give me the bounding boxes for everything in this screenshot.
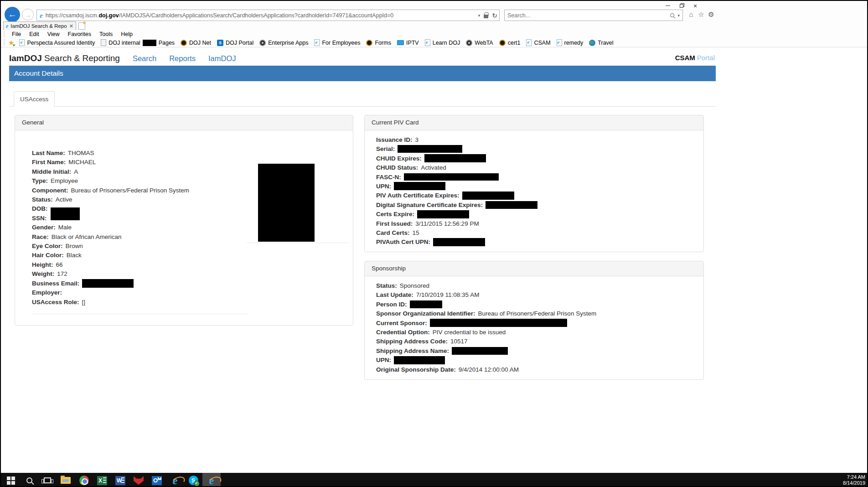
app-nav: SearchReportsIamDOJ <box>133 54 236 63</box>
taskbar-fox-app-icon[interactable] <box>129 473 148 487</box>
field-row: Status:Active <box>32 195 248 204</box>
taskbar-task-view-icon[interactable] <box>38 473 57 487</box>
field-label: First Issued: <box>376 220 413 227</box>
taskbar-outlook-icon[interactable]: O <box>148 473 166 487</box>
tab-row: e IamDOJ Search & Reporting ✕ <box>1 21 868 30</box>
field-label: Business Email: <box>32 280 79 287</box>
field-label: First Name: <box>32 159 66 166</box>
tab-close-icon[interactable]: ✕ <box>69 23 73 29</box>
taskbar-internet-explorer-icon[interactable]: e <box>202 473 221 487</box>
favorite-item[interactable]: WebTA <box>466 39 493 46</box>
favorite-item[interactable]: remedy <box>557 39 584 46</box>
favorite-label: WebTA <box>475 40 493 46</box>
field-row: Original Sponsorship Date:9/4/2014 12:00… <box>376 365 697 374</box>
search-icon[interactable] <box>670 13 674 17</box>
browser-search-box[interactable]: ▾ <box>504 10 683 21</box>
favorite-item[interactable]: DOJ internalPages <box>101 39 175 46</box>
field-label: Certs Expire: <box>376 211 414 218</box>
favorite-label: DOJ Portal <box>226 40 253 46</box>
menu-item-help[interactable]: Help <box>117 31 136 37</box>
field-value: Male <box>58 224 72 231</box>
redacted-value <box>410 300 442 308</box>
taskbar-clock[interactable]: 7:24 AM 8/14/2019 <box>843 474 865 486</box>
field-row: USAccess Role:[] <box>32 298 248 307</box>
redacted-text <box>143 40 156 46</box>
address-bar[interactable]: e https://csamdoj.iscm.doj.gov/IAMDOJSA/… <box>36 10 500 21</box>
field-label: Shipping Address Code: <box>376 338 448 345</box>
ssl-lock-icon[interactable] <box>484 15 488 18</box>
menu-item-edit[interactable]: Edit <box>26 31 43 37</box>
taskbar-file-explorer-icon[interactable] <box>57 473 75 487</box>
redacted-value <box>417 210 469 218</box>
taskbar-internet-explorer-icon[interactable]: e <box>166 473 184 487</box>
panel-current-piv-card: Current PIV Card Issuance ID:3Serial:CHU… <box>364 115 704 252</box>
favorite-item[interactable]: For Employees <box>314 39 360 46</box>
tabs-divider <box>9 106 716 107</box>
field-row: Digital Signature Certificate Expires: <box>376 201 697 210</box>
redacted-value <box>433 238 485 246</box>
taskbar-word-icon[interactable]: W <box>111 473 129 487</box>
favorite-item[interactable]: Forms <box>366 39 391 46</box>
field-value: Brown <box>66 243 83 249</box>
home-icon[interactable]: ⌂ <box>687 10 695 19</box>
favorite-item[interactable]: Travel <box>589 39 613 46</box>
field-label: PIVAuth Cert UPN: <box>376 238 430 245</box>
back-button[interactable]: ← <box>5 7 20 22</box>
taskbar-excel-icon[interactable]: X <box>93 473 111 487</box>
favorite-label: DOJ internal <box>108 40 140 46</box>
page-icon <box>101 39 106 46</box>
iptv-icon <box>397 40 404 45</box>
favorite-item[interactable]: cert1 <box>499 39 521 46</box>
menu-item-tools[interactable]: Tools <box>96 31 116 37</box>
new-tab-button[interactable] <box>78 22 85 30</box>
word-glyph: W <box>115 476 125 485</box>
field-row: Serial: <box>376 145 697 154</box>
field-row: Sponsor Organizational Identifier:Bureau… <box>376 309 697 318</box>
favorite-item[interactable]: Perspecta Assured Identity <box>19 39 95 46</box>
taskbar-start-icon[interactable] <box>2 473 20 487</box>
settings-gear-icon[interactable]: ⚙ <box>708 10 715 19</box>
csam-portal-link[interactable]: CSAMPortal <box>675 54 715 62</box>
taskbar: XWOeSe 7:24 AM 8/14/2019 <box>1 473 868 487</box>
search-glyph <box>26 477 32 483</box>
field-label: USAccess Role: <box>32 299 79 306</box>
taskbar-chrome-icon[interactable] <box>75 473 93 487</box>
chrome-glyph <box>79 476 89 485</box>
field-value: Sponsored <box>400 282 429 289</box>
url-dropdown-icon[interactable]: ▾ <box>478 13 480 18</box>
menu-item-file[interactable]: File <box>8 31 25 37</box>
nav-link-reports[interactable]: Reports <box>169 54 196 63</box>
favorites-star-toolbar-icon[interactable]: ☆ <box>698 10 705 19</box>
favorites-star-icon[interactable]: ★ <box>8 39 14 47</box>
favorite-item[interactable]: DOJ Net <box>181 39 211 46</box>
field-label: Status: <box>32 196 53 203</box>
favorite-item[interactable]: Enterprise Apps <box>259 39 308 46</box>
forward-button[interactable]: → <box>22 9 34 21</box>
nav-link-search[interactable]: Search <box>133 54 156 63</box>
field-label: Last Name: <box>32 150 65 156</box>
browser-tab[interactable]: e IamDOJ Search & Reporting ✕ <box>3 21 76 30</box>
taskbar-skype-icon[interactable]: S <box>184 473 202 487</box>
field-row: Height:66 <box>32 260 248 269</box>
menu-bar: FileEditViewFavoritesToolsHelp <box>1 30 868 38</box>
refresh-icon[interactable]: ↻ <box>492 12 497 19</box>
redacted-value <box>452 347 508 355</box>
tab-usaccess[interactable]: USAccess <box>14 91 55 107</box>
search-dropdown-icon[interactable]: ▾ <box>677 13 680 18</box>
clock-time: 7:24 AM <box>843 474 865 480</box>
favorite-item[interactable]: IPTV <box>397 39 419 46</box>
piv-fields: Issuance ID:3Serial:CHUID Expires:CHUID … <box>376 135 697 247</box>
redacted-value <box>394 356 445 364</box>
search-input[interactable] <box>507 12 670 19</box>
favorite-item[interactable]: Learn DOJ <box>425 39 460 46</box>
nav-link-iamdoj[interactable]: IamDOJ <box>208 54 236 63</box>
taskbar-search-icon[interactable] <box>20 473 38 487</box>
menu-item-view[interactable]: View <box>44 31 63 37</box>
menu-item-favorites[interactable]: Favorites <box>64 31 95 37</box>
field-row: Certs Expire: <box>376 210 697 219</box>
gold-icon <box>366 40 372 46</box>
redacted-value <box>82 279 134 288</box>
favorite-label: CSAM <box>534 40 550 46</box>
favorite-item[interactable]: CSAM <box>526 39 550 46</box>
favorite-item[interactable]: SDOJ Portal <box>217 39 253 46</box>
